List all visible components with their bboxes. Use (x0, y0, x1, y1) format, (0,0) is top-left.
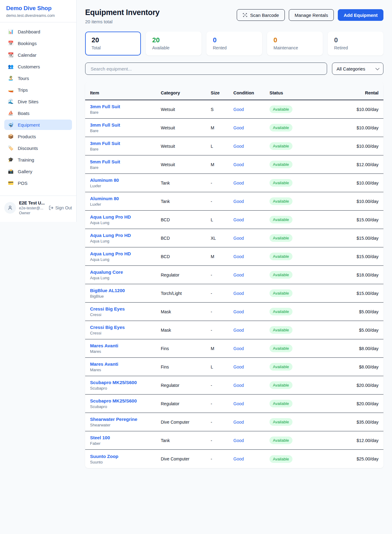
condition-link[interactable]: Good (233, 309, 244, 314)
item-cell: Aqua Lung Pro HD Aqua Lung (90, 233, 161, 243)
sidebar-item-gallery[interactable]: 📸 Gallery (4, 166, 72, 177)
item-brand: Aqua Lung (90, 257, 161, 262)
sidebar-item-tours[interactable]: 🏝️ Tours (4, 73, 72, 83)
item-name-link[interactable]: Aqua Lung Pro HD (90, 251, 161, 256)
status-badge: Available (270, 345, 292, 352)
item-name-link[interactable]: Shearwater Peregrine (90, 417, 161, 422)
category-cell: Wetsuit (161, 107, 211, 112)
condition-link[interactable]: Good (233, 217, 244, 222)
stat-card-retired[interactable]: 0 Retired (328, 32, 383, 55)
stat-card-maintenance[interactable]: 0 Maintenance (267, 32, 323, 55)
size-cell: - (211, 291, 233, 296)
condition-link[interactable]: Good (233, 162, 244, 167)
item-cell: Aqua Lung Pro HD Aqua Lung (90, 251, 161, 262)
sidebar-item-pos[interactable]: 💳 POS (4, 178, 72, 188)
category-cell: Dive Computer (161, 420, 211, 425)
stat-card-total[interactable]: 20 Total (85, 32, 141, 55)
table-row: Steel 100 Faber Tank - Good Available $1… (85, 431, 383, 450)
item-name-link[interactable]: Steel 100 (90, 435, 161, 440)
condition-link[interactable]: Good (233, 383, 244, 388)
page-header-text: Equipment Inventory 20 items total (85, 8, 160, 24)
search-input[interactable] (85, 63, 327, 75)
status-cell: Available (270, 105, 333, 113)
item-name-link[interactable]: Mares Avanti (90, 361, 161, 367)
status-badge: Available (270, 216, 292, 223)
sidebar-item-boats[interactable]: ⛵ Boats (4, 108, 72, 118)
size-cell: - (211, 383, 233, 388)
item-name-link[interactable]: Scubapro MK25/S600 (90, 398, 161, 403)
stat-value: 20 (92, 36, 134, 44)
label-tag-icon: 🏷️ (8, 145, 14, 151)
table-row: BigBlue AL1200 BigBlue Torch/Light - Goo… (85, 284, 383, 303)
size-cell: L (211, 217, 233, 222)
sidebar-item-label: Customers (18, 64, 40, 69)
sidebar-item-bookings[interactable]: 📅 Bookings (4, 38, 72, 48)
item-cell: Mares Avanti Mares (90, 343, 161, 354)
item-brand: Faber (90, 441, 161, 446)
condition-link[interactable]: Good (233, 236, 244, 241)
condition-link[interactable]: Good (233, 346, 244, 351)
item-name-link[interactable]: Suunto Zoop (90, 454, 161, 459)
item-name-link[interactable]: 5mm Full Suit (90, 159, 161, 164)
add-equipment-button[interactable]: Add Equipment (338, 9, 383, 21)
condition-link[interactable]: Good (233, 438, 244, 443)
sidebar-item-products[interactable]: 📦 Products (4, 131, 72, 142)
sign-out-button[interactable]: Sign Out (49, 205, 72, 210)
sidebar-item-dive-sites[interactable]: 🌊 Dive Sites (4, 96, 72, 107)
sign-out-label: Sign Out (55, 205, 72, 210)
item-brand: Bare (90, 147, 161, 151)
item-name-link[interactable]: Cressi Big Eyes (90, 325, 161, 330)
item-name-link[interactable]: Aqualung Core (90, 269, 161, 275)
condition-link[interactable]: Good (233, 291, 244, 296)
stat-card-rented[interactable]: 0 Rented (206, 32, 262, 55)
condition-link[interactable]: Good (233, 144, 244, 149)
item-name-link[interactable]: Scubapro MK25/S600 (90, 380, 161, 385)
item-name-link[interactable]: 3mm Full Suit (90, 122, 161, 128)
sidebar-item-trips[interactable]: 🚤 Trips (4, 85, 72, 95)
scan-barcode-button[interactable]: Scan Barcode (237, 9, 285, 21)
item-name-link[interactable]: 3mm Full Suit (90, 141, 161, 146)
condition-link[interactable]: Good (233, 364, 244, 369)
condition-link[interactable]: Good (233, 254, 244, 259)
table-row: Shearwater Peregrine Shearwater Dive Com… (85, 413, 383, 431)
category-select-wrap: All Categories (332, 63, 383, 75)
item-name-link[interactable]: BigBlue AL1200 (90, 288, 161, 293)
category-cell: Regulator (161, 383, 211, 388)
item-name-link[interactable]: Aluminum 80 (90, 177, 161, 183)
condition-link[interactable]: Good (233, 273, 244, 277)
item-name-link[interactable]: Mares Avanti (90, 343, 161, 348)
sidebar-item-customers[interactable]: 👥 Customers (4, 61, 72, 72)
sidebar-item-dashboard[interactable]: 📊 Dashboard (4, 26, 72, 37)
condition-link[interactable]: Good (233, 420, 244, 425)
item-name-link[interactable]: Aluminum 80 (90, 196, 161, 201)
category-cell: Tank (161, 199, 211, 204)
condition-link[interactable]: Good (233, 199, 244, 204)
sidebar-item-calendar[interactable]: 📆 Calendar (4, 50, 72, 60)
condition-link[interactable]: Good (233, 181, 244, 185)
item-name-link[interactable]: Aqua Lung Pro HD (90, 233, 161, 238)
item-name-link[interactable]: Aqua Lung Pro HD (90, 214, 161, 219)
condition-cell: Good (233, 438, 270, 443)
item-name-link[interactable]: 3mm Full Suit (90, 104, 161, 109)
category-select[interactable]: All Categories (332, 63, 383, 75)
condition-link[interactable]: Good (233, 401, 244, 406)
rental-cell: $15.00/day (333, 236, 379, 241)
sidebar-item-training[interactable]: 🎓 Training (4, 154, 72, 165)
category-cell: BCD (161, 236, 211, 241)
item-cell: BigBlue AL1200 BigBlue (90, 288, 161, 299)
category-cell: Mask (161, 328, 211, 333)
status-badge: Available (270, 381, 292, 389)
stat-card-available[interactable]: 20 Available (146, 32, 202, 55)
item-name-link[interactable]: Cressi Big Eyes (90, 306, 161, 311)
condition-link[interactable]: Good (233, 107, 244, 112)
stat-label: Available (152, 45, 195, 50)
sidebar-item-label: Trips (18, 87, 28, 93)
condition-link[interactable]: Good (233, 328, 244, 333)
table-row: Aqua Lung Pro HD Aqua Lung BCD M Good Av… (85, 247, 383, 266)
condition-link[interactable]: Good (233, 456, 244, 461)
condition-link[interactable]: Good (233, 125, 244, 130)
sidebar-item-discounts[interactable]: 🏷️ Discounts (4, 143, 72, 153)
manage-rentals-button[interactable]: Manage Rentals (289, 9, 334, 21)
condition-cell: Good (233, 272, 270, 278)
sidebar-item-equipment[interactable]: 🤿 Equipment (4, 120, 72, 130)
